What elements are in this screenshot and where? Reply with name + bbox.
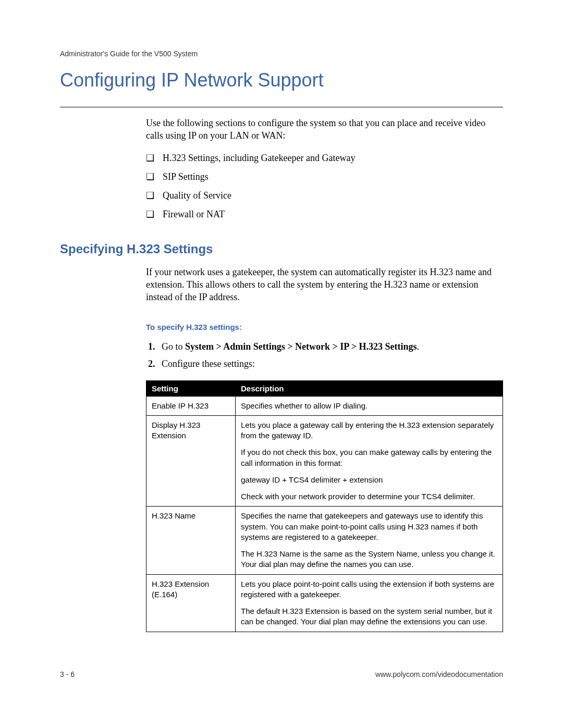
checklist-item: Firewall or NAT	[146, 208, 503, 220]
checklist-item: H.323 Settings, including Gatekeeper and…	[146, 152, 503, 164]
settings-table: Setting Description Enable IP H.323 Spec…	[146, 380, 503, 632]
table-row: Enable IP H.323 Specifies whether to all…	[146, 396, 503, 415]
checklist: H.323 Settings, including Gatekeeper and…	[146, 152, 503, 221]
page: Administrator's Guide for the V500 Syste…	[0, 0, 563, 728]
page-footer: 3 - 6 www.polycom.com/videodocumentation	[60, 670, 503, 678]
section-title: Specifying H.323 Settings	[60, 242, 503, 256]
description-text: Lets you place a gateway call by enterin…	[241, 420, 497, 441]
description-text: The default H.323 Extension is based on …	[241, 606, 497, 627]
step-item: Go to System > Admin Settings > Network …	[157, 340, 503, 354]
table-header-row: Setting Description	[146, 380, 503, 396]
description-text: gateway ID + TCS4 delimiter + extension	[241, 475, 497, 485]
checklist-item: Quality of Service	[146, 189, 503, 202]
section-body: If your network uses a gatekeeper, the s…	[146, 266, 503, 304]
setting-cell: H.323 Extension (E.164)	[146, 574, 236, 632]
setting-cell: Display H.323 Extension	[146, 415, 236, 507]
step-path: System > Admin Settings > Network > IP >…	[185, 341, 417, 352]
description-text: Specifies whether to allow IP dialing.	[241, 401, 497, 411]
steps-list: Go to System > Admin Settings > Network …	[146, 340, 503, 371]
step-text: .	[417, 341, 420, 352]
description-text: Lets you place point-to-point calls usin…	[241, 579, 497, 600]
table-row: Display H.323 Extension Lets you place a…	[146, 415, 503, 507]
table-header-setting: Setting	[146, 380, 236, 396]
table-row: H.323 Extension (E.164) Lets you place p…	[146, 574, 503, 632]
procedure-label: To specify H.323 settings:	[146, 323, 503, 331]
description-text: Check with your network provider to dete…	[241, 491, 497, 502]
setting-cell: Enable IP H.323	[146, 396, 236, 415]
checklist-item: SIP Settings	[146, 170, 503, 183]
section-body-wrap: If your network uses a gatekeeper, the s…	[146, 266, 503, 632]
body-content: Use the following sections to configure …	[146, 117, 503, 221]
description-cell: Lets you place a gateway call by enterin…	[236, 415, 503, 507]
step-text: Go to	[162, 341, 185, 352]
page-number: 3 - 6	[60, 670, 75, 678]
description-text: The H.323 Name is the same as the System…	[241, 549, 497, 570]
running-header: Administrator's Guide for the V500 Syste…	[60, 50, 503, 58]
description-cell: Lets you place point-to-point calls usin…	[236, 574, 503, 632]
intro-paragraph: Use the following sections to configure …	[146, 117, 503, 142]
description-cell: Specifies the name that gatekeepers and …	[236, 507, 503, 574]
page-title: Configuring IP Network Support	[60, 69, 503, 91]
title-rule	[60, 107, 503, 107]
description-text: If you do not check this box, you can ma…	[241, 447, 497, 468]
table-header-description: Description	[236, 380, 503, 396]
table-row: H.323 Name Specifies the name that gatek…	[146, 507, 503, 574]
step-item: Configure these settings:	[157, 357, 503, 371]
description-text: Specifies the name that gatekeepers and …	[241, 511, 497, 542]
footer-url: www.polycom.com/videodocumentation	[375, 670, 503, 678]
description-cell: Specifies whether to allow IP dialing.	[236, 396, 503, 415]
setting-cell: H.323 Name	[146, 507, 236, 574]
